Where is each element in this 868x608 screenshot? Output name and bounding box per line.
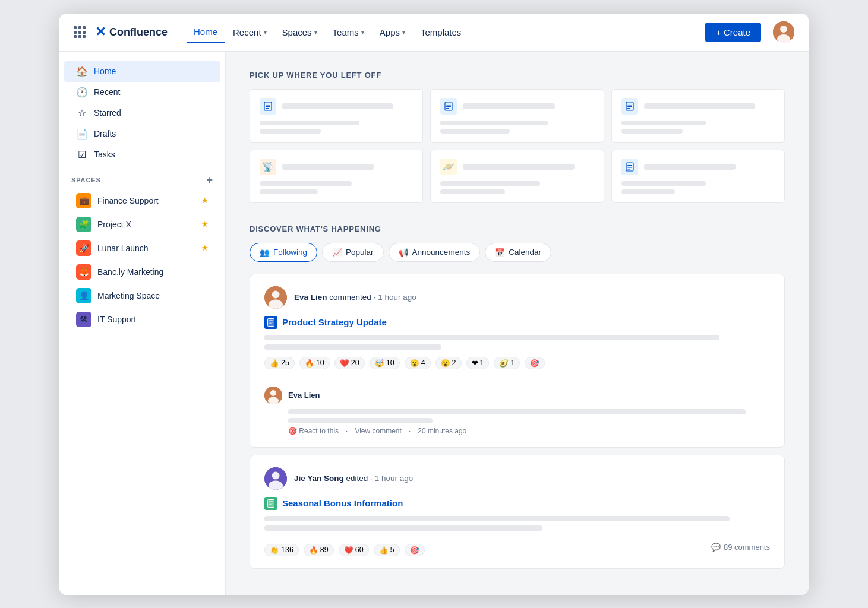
space-name: Lunar Launch — [97, 243, 195, 253]
sidebar-item-tasks[interactable]: ☑ Tasks — [64, 144, 220, 165]
space-name: Marketing Space — [97, 291, 209, 300]
placeholder-bar — [621, 181, 706, 186]
nav-teams[interactable]: Teams ▾ — [326, 23, 371, 42]
sidebar-tasks-label: Tasks — [94, 150, 115, 159]
top-nav: ✕ Confluence Home Recent ▾ Spaces ▾ Team… — [59, 14, 809, 52]
space-icon: 🛠 — [76, 312, 91, 327]
tab-announcements-label: Announcements — [412, 248, 471, 256]
svg-rect-23 — [269, 320, 273, 321]
recent-card[interactable] — [250, 89, 423, 142]
comment-bubble-icon: 💬 — [711, 543, 721, 552]
reaction-avocado[interactable]: 🥑 1 — [494, 357, 520, 369]
placeholder-bar — [463, 164, 574, 170]
recent-card[interactable]: 🪐 — [430, 150, 604, 203]
sidebar-item-home[interactable]: 🏠 Home — [64, 61, 220, 82]
recent-card[interactable] — [611, 89, 785, 142]
placeholder-bar — [440, 189, 504, 194]
placeholder-bar — [260, 121, 359, 125]
add-space-button[interactable]: + — [207, 175, 213, 185]
sidebar-item-marketing-space[interactable]: 👤 Marketing Space — [64, 284, 220, 308]
recent-cards-grid: 📡 🪐 — [250, 89, 785, 203]
sidebar-item-lunar-launch[interactable]: 🚀 Lunar Launch ★ — [64, 236, 220, 260]
announcements-icon: 📢 — [399, 248, 409, 257]
comment-user-name: Eva Lien — [288, 391, 320, 400]
logo-symbol: ✕ — [95, 24, 106, 40]
activity-page-link[interactable]: Product Strategy Update — [264, 316, 770, 329]
sidebar-item-bancly-marketing[interactable]: 🦊 Banc.ly Marketing — [64, 260, 220, 284]
activity-page-link[interactable]: Seasonal Bonus Information — [264, 497, 770, 510]
svg-rect-25 — [269, 323, 272, 324]
user-avatar[interactable] — [773, 21, 794, 43]
placeholder-bar — [288, 418, 433, 423]
chevron-down-icon: ▾ — [402, 29, 405, 36]
doc-icon — [440, 98, 457, 115]
tab-popular[interactable]: 📈 Popular — [322, 243, 384, 262]
activity-user: Eva Lien — [294, 293, 327, 302]
svg-point-20 — [272, 290, 280, 298]
reaction-heart[interactable]: ❤️ 60 — [339, 544, 369, 556]
tab-calendar[interactable]: 📅 Calendar — [485, 243, 551, 262]
sidebar-drafts-label: Drafts — [94, 129, 116, 138]
recent-card[interactable] — [430, 89, 604, 142]
reaction-fire[interactable]: 🔥 89 — [304, 544, 334, 556]
placeholder-bar — [463, 103, 554, 109]
svg-point-28 — [268, 397, 279, 404]
tab-following[interactable]: 👥 Following — [250, 243, 317, 262]
recent-card[interactable]: 📡 — [250, 150, 423, 203]
sidebar-item-recent[interactable]: 🕐 Recent — [64, 82, 220, 103]
popular-icon: 📈 — [332, 248, 342, 257]
nav-spaces[interactable]: Spaces ▾ — [275, 23, 324, 42]
discover-tabs: 👥 Following 📈 Popular 📢 Announcements 📅 … — [250, 243, 785, 262]
nav-templates[interactable]: Templates — [414, 23, 468, 42]
tab-calendar-label: Calendar — [509, 248, 541, 256]
nav-recent[interactable]: Recent ▾ — [226, 23, 274, 42]
discover-section-title: DISCOVER WHAT'S HAPPENING — [250, 224, 785, 233]
space-icon: 🦊 — [76, 264, 91, 280]
tab-announcements[interactable]: 📢 Announcements — [389, 243, 481, 262]
svg-rect-4 — [266, 104, 270, 106]
activity-user: Jie Yan Song — [294, 474, 344, 483]
doc-icon — [621, 159, 638, 175]
reaction-surprised[interactable]: 😮 4 — [405, 357, 431, 369]
recent-card[interactable] — [611, 150, 785, 203]
activity-header: Eva Lien commented · 1 hour ago — [264, 286, 770, 309]
reaction-thumbsup[interactable]: 👍 25 — [264, 357, 295, 369]
reaction-mindblown[interactable]: 🤯 10 — [370, 357, 400, 369]
svg-rect-6 — [266, 108, 269, 109]
chevron-down-icon: ▾ — [314, 29, 317, 36]
svg-rect-13 — [627, 106, 632, 107]
sidebar-item-finance-support[interactable]: 💼 Finance Support ★ — [64, 189, 220, 213]
reaction-clap[interactable]: 👏 136 — [264, 544, 299, 556]
svg-rect-14 — [627, 108, 630, 109]
reaction-surprised2[interactable]: 😮 2 — [435, 357, 462, 369]
sidebar-item-it-support[interactable]: 🛠 IT Support — [64, 308, 220, 331]
activity-time: 1 hour ago — [375, 474, 414, 483]
reaction-thumbsup[interactable]: 👍 5 — [374, 544, 400, 556]
sidebar-item-project-x[interactable]: 🧩 Project X ★ — [64, 213, 220, 236]
create-button[interactable]: + Create — [705, 23, 761, 42]
reaction-heart[interactable]: ❤️ 20 — [334, 357, 365, 369]
space-icon: 🧩 — [76, 217, 91, 232]
logo[interactable]: ✕ Confluence — [95, 24, 168, 40]
reaction-fire[interactable]: 🔥 10 — [299, 357, 330, 369]
reaction-target[interactable]: 🎯 — [405, 544, 425, 556]
svg-rect-18 — [627, 169, 630, 170]
comment-time: 20 minutes ago — [418, 427, 466, 435]
activity-meta: Jie Yan Song edited · 1 hour ago — [294, 474, 413, 483]
tab-popular-label: Popular — [346, 248, 374, 256]
comments-count[interactable]: 💬 89 comments — [711, 543, 770, 552]
sidebar-item-drafts[interactable]: 📄 Drafts — [64, 124, 220, 144]
apps-grid-icon[interactable] — [74, 26, 86, 38]
following-icon: 👥 — [260, 248, 270, 257]
nav-apps[interactable]: Apps ▾ — [373, 23, 412, 42]
react-to-this-link[interactable]: 🎯 React to this — [288, 427, 339, 435]
placeholder-bar — [260, 129, 321, 134]
activity-time: 1 hour ago — [378, 293, 416, 302]
nav-home[interactable]: Home — [187, 22, 225, 43]
star-icon: ★ — [201, 196, 209, 205]
sidebar-item-starred[interactable]: ☆ Starred — [64, 103, 220, 124]
sidebar: 🏠 Home 🕐 Recent ☆ Starred 📄 Drafts ☑ Tas… — [59, 52, 226, 595]
reaction-heart2[interactable]: ❤ 1 — [466, 357, 490, 369]
reaction-target[interactable]: 🎯 — [525, 357, 545, 369]
view-comment-link[interactable]: View comment — [355, 427, 401, 435]
